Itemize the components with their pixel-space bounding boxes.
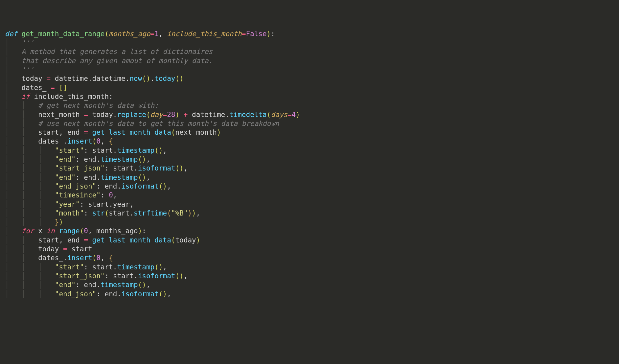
- code-line[interactable]: │ │ start, end = get_last_month_data(nex…: [5, 128, 614, 137]
- token-punct: .: [134, 272, 138, 280]
- code-line[interactable]: │ dates_ = []: [5, 83, 614, 92]
- token-punct: ,: [196, 209, 200, 217]
- token-punct: .: [96, 155, 101, 163]
- code-line[interactable]: │ │ # get next month's data with:: [5, 101, 614, 110]
- code-line[interactable]: │ │ │ "timesince": 0,: [5, 191, 614, 200]
- code-line[interactable]: │ │ │ "year": start.year,: [5, 200, 614, 209]
- token-punct: .: [113, 111, 117, 119]
- token-ident: end: [105, 290, 117, 298]
- token-ident: start: [113, 272, 134, 280]
- token-fn: get_month_data_range: [22, 30, 105, 38]
- code-line[interactable]: │ │ │ "start_json": start.isoformat(),: [5, 164, 614, 173]
- token-comment: ''': [22, 39, 34, 47]
- token-ident: end: [84, 173, 96, 181]
- token-yellow: (): [175, 164, 183, 172]
- token-call: timedelta: [229, 111, 267, 119]
- code-line[interactable]: │ │ │ "end_json": end.isoformat(),: [5, 290, 614, 299]
- token-punct: :: [76, 173, 84, 181]
- token-yellow: (): [138, 173, 146, 181]
- token-op: +: [184, 111, 188, 119]
- code-line[interactable]: │ │ │ "month": str(start.strftime("%B"))…: [5, 209, 614, 218]
- code-line[interactable]: │ │ │ "start": start.timestamp(),: [5, 263, 614, 272]
- token-comment: that describe any given amout of monthly…: [22, 57, 213, 65]
- token-str: "month": [55, 209, 84, 217]
- token-num: 1: [154, 30, 159, 38]
- token-num: 4: [292, 111, 296, 119]
- token-op: =: [84, 236, 88, 244]
- token-op: =: [46, 75, 51, 82]
- code-line[interactable]: │ ''': [5, 65, 614, 74]
- code-line[interactable]: │ │ today = start: [5, 245, 614, 254]
- code-line[interactable]: │ │ dates_.insert(0, {: [5, 254, 614, 262]
- token-yellow: ): [296, 111, 300, 119]
- token-punct: ,: [59, 128, 67, 136]
- token-punct: :: [80, 200, 88, 208]
- token-punct: .: [117, 290, 121, 298]
- token-punct: .: [225, 111, 229, 119]
- token-ident: start: [109, 209, 129, 217]
- token-yellow: ): [217, 128, 221, 136]
- token-ident: end: [84, 281, 96, 289]
- token-call: today: [154, 75, 175, 82]
- token-punct: ,: [113, 191, 117, 199]
- token-param: day: [150, 111, 163, 119]
- code-line[interactable]: │ │ │ }): [5, 218, 614, 227]
- token-ident: today: [88, 111, 113, 119]
- token-yellow: ): [59, 218, 63, 226]
- token-num: 0: [96, 137, 101, 145]
- token-punct: .: [134, 164, 138, 172]
- token-ident: start: [92, 263, 113, 271]
- token-str: "end": [55, 281, 76, 289]
- token-call: timestamp: [117, 263, 154, 271]
- code-line[interactable]: │ │ start, end = get_last_month_data(tod…: [5, 236, 614, 245]
- token-punct: :: [84, 147, 92, 154]
- code-line[interactable]: │ │ next_month = today.replace(day=28) +…: [5, 110, 614, 119]
- code-editor[interactable]: def get_month_data_range(months_ago=1, i…: [5, 30, 614, 299]
- token-ident: start: [88, 200, 109, 208]
- token-punct: :: [142, 227, 146, 235]
- token-ident: [88, 236, 92, 244]
- token-yellow: ): [175, 111, 180, 119]
- code-line[interactable]: │ today = datetime.datetime.now().today(…: [5, 74, 614, 83]
- token-ident: year: [113, 200, 130, 208]
- token-num: 0: [96, 254, 101, 262]
- token-punct: ,: [167, 290, 171, 298]
- token-ident: end: [67, 236, 84, 244]
- token-gold: {: [109, 254, 113, 262]
- token-punct: .: [117, 182, 121, 190]
- token-bool: False: [246, 30, 266, 38]
- token-call: strftime: [134, 209, 167, 217]
- token-call: insert: [67, 137, 92, 145]
- code-line[interactable]: │ │ # use next month's data to get this …: [5, 119, 614, 128]
- token-str: "end_json": [55, 290, 96, 298]
- token-op: =: [51, 84, 55, 92]
- code-line[interactable]: │ │ │ "start": start.timestamp(),: [5, 146, 614, 155]
- token-yellow: []: [59, 84, 67, 92]
- code-line[interactable]: def get_month_data_range(months_ago=1, i…: [5, 30, 614, 38]
- code-line[interactable]: │ if include_this_month:: [5, 92, 614, 101]
- token-call: timestamp: [101, 281, 138, 289]
- token-yellow: (): [175, 272, 183, 280]
- code-line[interactable]: │ │ │ "end": end.timestamp(),: [5, 281, 614, 289]
- token-ident: datetime: [51, 75, 88, 82]
- token-op: =: [287, 111, 292, 119]
- token-ident: end: [67, 128, 84, 136]
- code-line[interactable]: │ │ │ "end_json": end.isoformat(),: [5, 182, 614, 191]
- token-punct: :: [105, 164, 113, 172]
- token-yellow: ): [192, 209, 196, 217]
- token-str: "start_json": [55, 272, 105, 280]
- code-line[interactable]: │ │ │ "end": end.timestamp(),: [5, 173, 614, 182]
- code-line[interactable]: │ for x in range(0, months_ago):: [5, 227, 614, 236]
- token-comment: A method that generates a list of dictio…: [22, 48, 213, 56]
- token-str: "start_json": [55, 164, 105, 172]
- code-line[interactable]: │ │ dates_.insert(0, {: [5, 137, 614, 146]
- token-ident: start: [67, 245, 92, 253]
- token-param: days: [271, 111, 287, 119]
- code-line[interactable]: │ ''': [5, 38, 614, 47]
- token-op: =: [163, 111, 167, 119]
- code-line[interactable]: │ │ │ "end": end.timestamp(),: [5, 155, 614, 164]
- code-line[interactable]: │ that describe any given amout of month…: [5, 57, 614, 65]
- code-line[interactable]: │ A method that generates a list of dict…: [5, 47, 614, 56]
- token-punct: :: [101, 191, 109, 199]
- code-line[interactable]: │ │ │ "start_json": start.isoformat(),: [5, 272, 614, 281]
